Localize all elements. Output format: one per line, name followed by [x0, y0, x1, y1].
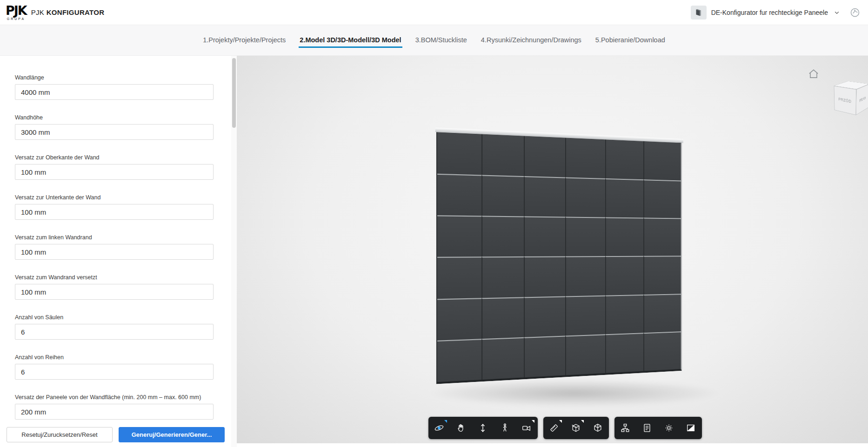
view-cube-body: PRZÓD PRAW	[841, 83, 863, 111]
panel-icon	[694, 7, 704, 18]
logo-subtext: GRUPA	[7, 17, 25, 20]
view-cube-right-face[interactable]: PRAW	[856, 84, 868, 115]
app-title: PJK KONFIGURATOR	[31, 8, 105, 16]
header-right: DE-Konfigurator fur rechteckige Paneele	[691, 6, 861, 20]
app-header: PJK GRUPA PJK KONFIGURATOR DE-Konfigurat…	[0, 0, 868, 25]
panel-cell	[481, 216, 524, 256]
walk-button[interactable]	[494, 417, 516, 439]
panel-cell	[481, 297, 524, 339]
properties-icon	[642, 423, 652, 433]
panel-offset-input[interactable]	[15, 404, 214, 420]
field-columns: Anzahl von Säulen	[15, 314, 231, 340]
properties-button[interactable]	[636, 417, 658, 439]
wall-length-input[interactable]	[15, 84, 214, 100]
model-browser-button[interactable]	[614, 417, 636, 439]
panel-cell	[524, 256, 565, 297]
field-label: Anzahl von Säulen	[15, 314, 231, 321]
sidebar-scrollbar-thumb[interactable]	[232, 58, 236, 128]
generate-button[interactable]: Generuj/Generieren/Gener...	[119, 427, 225, 442]
panel-cell	[605, 178, 643, 218]
panel-cell	[643, 256, 681, 295]
viewer-toolbar	[428, 417, 702, 439]
explode-button[interactable]	[587, 417, 609, 439]
panel-cell	[437, 174, 481, 216]
tab-3d-model[interactable]: 2.Model 3D/3D-Modell/3D Model	[299, 33, 402, 48]
settings-button[interactable]	[658, 417, 680, 439]
config-sidebar: Wandlänge Wandhöhe Versatz zur Oberkante…	[0, 56, 231, 447]
pan-button[interactable]	[450, 417, 472, 439]
tab-projects[interactable]: 1.Projekty/Projekte/Projects	[202, 33, 287, 48]
panel-cell	[437, 298, 481, 341]
panel-cell	[437, 132, 481, 175]
offset-bottom-input[interactable]	[15, 204, 214, 220]
fullscreen-button[interactable]	[680, 417, 702, 439]
panel-cell	[524, 335, 565, 377]
panel-cell	[565, 138, 605, 178]
panel-cell	[605, 333, 643, 373]
wall-height-input[interactable]	[15, 124, 214, 140]
field-offset-bottom: Versatz zur Unterkante der Wand	[15, 194, 231, 220]
panel-cell	[605, 139, 643, 179]
navigation-tools-group	[428, 417, 538, 439]
camera-icon	[521, 423, 532, 433]
explode-icon	[593, 423, 603, 433]
panel-cell	[437, 339, 481, 382]
app-title-main: KONFIGURATOR	[47, 8, 105, 16]
offset-top-input[interactable]	[15, 164, 214, 180]
panel-cell	[437, 256, 481, 298]
configurator-chip[interactable]	[691, 6, 707, 20]
offset-right-input[interactable]	[15, 284, 214, 300]
analysis-tools-group	[543, 417, 609, 439]
panel-wall-model	[436, 132, 682, 384]
field-panel-offset: Versatz der Paneele von der Wandfläche (…	[15, 394, 231, 420]
panel-cell	[605, 294, 643, 334]
measure-button[interactable]	[543, 417, 565, 439]
sidebar-scrollbar	[231, 56, 237, 447]
panel-cell	[524, 216, 565, 256]
columns-input[interactable]	[15, 324, 214, 340]
tab-drawings[interactable]: 4.Rysunki/Zeichnungen/Drawings	[480, 33, 582, 48]
panel-cell	[524, 176, 565, 217]
tab-bom[interactable]: 3.BOM/Stuckliste	[414, 33, 468, 48]
reset-button[interactable]: Resetuj/Zurucksetzen/Reset	[7, 427, 113, 442]
help-icon[interactable]	[849, 7, 861, 18]
panel-cell	[565, 217, 605, 256]
panel-cell	[643, 294, 681, 333]
field-offset-top: Versatz zur Oberkante der Wand	[15, 154, 231, 180]
section-icon	[571, 423, 581, 433]
settings-tools-group	[614, 417, 702, 439]
pan-icon	[456, 423, 466, 433]
app-title-prefix: PJK	[31, 8, 44, 16]
home-view-icon[interactable]	[808, 68, 820, 80]
zoom-icon	[478, 423, 488, 433]
panel-cell	[481, 256, 524, 298]
view-cube[interactable]: PRZÓD PRAW	[825, 81, 868, 124]
rows-input[interactable]	[15, 364, 214, 380]
chevron-down-icon[interactable]	[833, 8, 841, 17]
section-button[interactable]	[565, 417, 587, 439]
panel-cell	[481, 175, 524, 216]
panel-cell	[481, 134, 524, 176]
offset-left-input[interactable]	[15, 244, 214, 260]
field-offset-right: Versatz zum Wandrand versetzt	[15, 274, 231, 300]
model-scene	[435, 138, 695, 377]
panel-cell	[437, 215, 481, 257]
view-cube-front-face[interactable]: PRZÓD	[834, 85, 857, 115]
camera-button[interactable]	[516, 417, 538, 439]
orbit-button[interactable]	[428, 417, 450, 439]
3d-viewer[interactable]: PRZÓD PRAW	[237, 56, 868, 443]
field-label: Versatz zum linken Wandrand	[15, 234, 231, 241]
configurator-selector-label[interactable]: DE-Konfigurator fur rechteckige Paneele	[711, 9, 828, 16]
settings-gear-icon	[664, 423, 674, 433]
sidebar-buttons: Resetuj/Zurucksetzen/Reset Generuj/Gener…	[7, 427, 225, 442]
main-content: Wandlänge Wandhöhe Versatz zur Oberkante…	[0, 56, 868, 447]
panel-cell	[605, 256, 643, 295]
tab-download[interactable]: 5.Pobieranie/Download	[594, 33, 666, 48]
fullscreen-icon	[686, 423, 696, 433]
field-label: Versatz zur Unterkante der Wand	[15, 194, 231, 201]
panel-cell	[565, 295, 605, 335]
measure-icon	[549, 423, 559, 433]
pjk-logo: PJK GRUPA	[6, 4, 27, 20]
zoom-button[interactable]	[472, 417, 494, 439]
panel-cell	[565, 256, 605, 296]
